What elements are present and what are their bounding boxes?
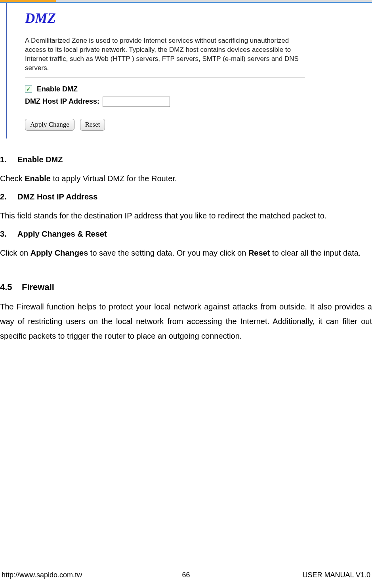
para-1-b: Enable (25, 174, 51, 183)
para-1: Check Enable to apply Virtual DMZ for th… (0, 171, 372, 186)
dmz-host-ip-row: DMZ Host IP Address: (25, 97, 305, 107)
para-3-a: Click on (0, 248, 31, 257)
top-accent-bar (0, 0, 372, 3)
para-1-c: to apply Virtual DMZ for the Router. (51, 174, 177, 183)
para-3-d: Reset (248, 248, 270, 257)
heading-2-num: 2. (0, 192, 17, 201)
heading-1: 1.Enable DMZ (0, 155, 372, 164)
apply-change-button[interactable]: Apply Change (25, 119, 74, 131)
para-3-e: to clear all the input data. (270, 248, 361, 257)
footer-manual-version: USER MANUAL V1.0 (303, 571, 370, 579)
reset-button[interactable]: Reset (80, 119, 105, 131)
heading-3: 3.Apply Changes & Reset (0, 230, 372, 239)
para-2: This field stands for the destination IP… (0, 209, 372, 223)
para-3: Click on Apply Changes to save the setti… (0, 246, 372, 260)
divider (25, 78, 305, 78)
page-footer: http://www.sapido.com.tw 66 USER MANUAL … (0, 571, 372, 579)
footer-page-number: 66 (182, 571, 190, 579)
heading-2-text: DMZ Host IP Address (17, 192, 97, 201)
section-text: Firewall (22, 282, 54, 292)
heading-3-num: 3. (0, 230, 17, 239)
firewall-para: The Firewall function helps to protect y… (0, 300, 372, 343)
heading-1-num: 1. (0, 155, 17, 164)
dmz-host-ip-input[interactable] (103, 97, 170, 107)
dmz-description: A Demilitarized Zone is used to provide … (25, 36, 305, 73)
dmz-host-ip-label: DMZ Host IP Address: (25, 97, 99, 106)
dmz-config-screenshot: DMZ A Demilitarized Zone is used to prov… (6, 3, 317, 138)
section-heading-firewall: 4.5Firewall (0, 282, 372, 292)
heading-2: 2.DMZ Host IP Address (0, 192, 372, 201)
button-row: Apply Change Reset (25, 119, 305, 131)
para-3-c: to save the setting data. Or you may cli… (88, 248, 248, 257)
para-3-b: Apply Changes (31, 248, 88, 257)
document-body: 1.Enable DMZ Check Enable to apply Virtu… (0, 138, 372, 343)
dmz-heading: DMZ (25, 11, 305, 27)
para-1-a: Check (0, 174, 25, 183)
enable-dmz-label: Enable DMZ (37, 85, 78, 93)
section-num: 4.5 (0, 282, 22, 292)
footer-url: http://www.sapido.com.tw (2, 571, 82, 579)
enable-dmz-row: ✓ Enable DMZ (25, 85, 305, 93)
heading-3-text: Apply Changes & Reset (17, 230, 107, 238)
heading-1-text: Enable DMZ (17, 155, 63, 164)
enable-dmz-checkbox[interactable]: ✓ (25, 85, 32, 93)
